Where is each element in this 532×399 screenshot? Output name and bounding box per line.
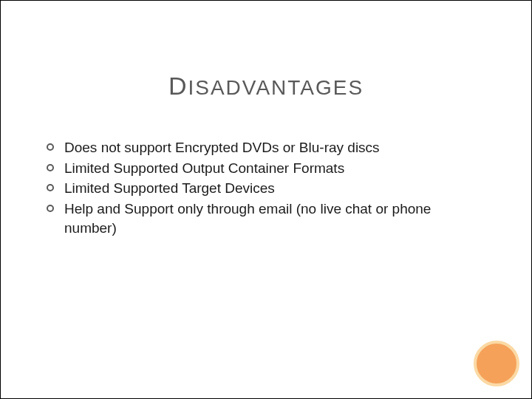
- list-item: Limited Supported Output Container Forma…: [47, 159, 472, 178]
- title-first-letter: D: [168, 72, 188, 100]
- bullet-text: Does not support Encrypted DVDs or Blu-r…: [64, 138, 380, 157]
- slide: DISADVANTAGES Does not support Encrypted…: [0, 0, 532, 399]
- bullet-icon: [47, 164, 54, 171]
- decorative-circle-icon: [474, 341, 519, 386]
- bullet-icon: [47, 184, 54, 191]
- bullet-text: Limited Supported Target Devices: [64, 179, 275, 198]
- list-item: Help and Support only through email (no …: [47, 200, 472, 237]
- bullet-icon: [47, 143, 54, 151]
- list-item: Limited Supported Target Devices: [47, 179, 472, 198]
- slide-title: DISADVANTAGES: [1, 72, 531, 100]
- bullet-icon: [47, 205, 54, 212]
- list-item: Does not support Encrypted DVDs or Blu-r…: [47, 138, 472, 157]
- title-rest: ISADVANTAGES: [188, 76, 364, 99]
- bullet-list: Does not support Encrypted DVDs or Blu-r…: [47, 138, 472, 239]
- bullet-text: Limited Supported Output Container Forma…: [64, 159, 344, 178]
- bullet-text: Help and Support only through email (no …: [64, 200, 472, 237]
